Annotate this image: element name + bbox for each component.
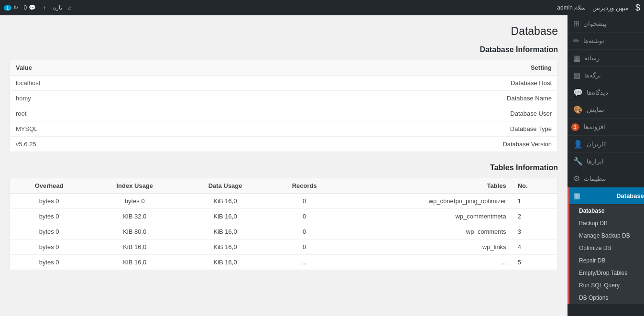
admin-menu: پیشخوان ⊞ نوشته‌ها ✏ رسانه ▦ برگه‌ها ▤ د… bbox=[568, 15, 644, 316]
tables-col-overhead: Overhead bbox=[10, 178, 88, 194]
submenu-item-repair-db[interactable]: Repair DB bbox=[569, 254, 644, 267]
tools-icon: 🔧 bbox=[573, 157, 583, 166]
tables-col-tables: Tables bbox=[339, 178, 512, 194]
db-info-col-setting: Setting bbox=[215, 60, 558, 76]
sidebar-item-label: نوشته‌ها bbox=[583, 37, 604, 44]
table-row: Database Name homy bbox=[10, 91, 558, 106]
sidebar-item-settings[interactable]: تنظیمات ⚙ bbox=[568, 170, 644, 187]
sidebar-item-users[interactable]: کاربران 👤 bbox=[568, 136, 644, 153]
table-name-cell: wp_cbnetpo_ping_optimizer bbox=[339, 194, 512, 209]
adminbar-new[interactable]: تازه bbox=[53, 4, 62, 11]
setting-cell: Database Host bbox=[215, 76, 558, 91]
table-name-cell: wp_links bbox=[339, 240, 512, 255]
sidebar-item-tools[interactable]: ابزارها 🔧 bbox=[568, 153, 644, 170]
submenu-item-backup-db[interactable]: Backup DB bbox=[569, 217, 644, 229]
tables-info-table: .No Tables Records Data Usage Index Usag… bbox=[10, 178, 558, 270]
overhead-cell: bytes 0 bbox=[10, 194, 88, 209]
index-usage-cell: KiB 32,0 bbox=[88, 209, 181, 224]
table-name-cell: wp_comments bbox=[339, 224, 512, 240]
table-row: 5 ... ... KiB 16,0 KiB 16,0 bytes 0 bbox=[10, 255, 558, 270]
adminbar-comments[interactable]: 💬 0 bbox=[24, 4, 36, 11]
setting-cell: Database Type bbox=[215, 121, 558, 137]
updates-count: 1 bbox=[4, 5, 11, 11]
tables-info-section-title: Tables Information bbox=[10, 163, 558, 172]
db-info-table-body: Database Host localhost Database Name ho… bbox=[10, 76, 558, 152]
adminbar-updates[interactable]: ↻ 1 bbox=[4, 4, 18, 11]
adminbar-left: ⌂ تازه ＋ 💬 0 ↻ 1 bbox=[4, 4, 72, 12]
overhead-cell: bytes 0 bbox=[10, 224, 88, 240]
submenu-item-empty-drop-tables[interactable]: Empty/Drop Tables bbox=[569, 267, 644, 279]
dashboard-icon: ⊞ bbox=[573, 19, 579, 28]
adminbar-greeting: سلام admin bbox=[557, 4, 586, 11]
comments-count: 0 bbox=[24, 4, 27, 11]
sidebar-item-posts[interactable]: نوشته‌ها ✏ bbox=[568, 33, 644, 50]
table-row: Database Type MYSQL bbox=[10, 121, 558, 137]
overhead-cell: bytes 0 bbox=[10, 255, 88, 270]
sidebar-item-label: کاربران bbox=[587, 141, 606, 148]
value-cell: homy bbox=[10, 91, 215, 106]
wp-logo-icon[interactable]: $ bbox=[635, 3, 640, 13]
value-cell: localhost bbox=[10, 76, 215, 91]
adminbar-right: $ میهن وردپرس سلام admin bbox=[557, 3, 640, 13]
no-cell: 3 bbox=[512, 224, 558, 240]
data-usage-cell: KiB 16,0 bbox=[181, 224, 269, 240]
submenu-item-database[interactable]: Database bbox=[569, 205, 644, 217]
media-icon: ▦ bbox=[573, 54, 580, 63]
records-cell: 0 bbox=[269, 240, 339, 255]
sidebar-item-database[interactable]: Database ▦ bbox=[569, 187, 644, 205]
submenu-item-run-sql-query[interactable]: Run SQL Query bbox=[569, 279, 644, 292]
wp-admin-layout: پیشخوان ⊞ نوشته‌ها ✏ رسانه ▦ برگه‌ها ▤ د… bbox=[0, 15, 644, 316]
data-usage-cell: KiB 16,0 bbox=[181, 255, 269, 270]
data-usage-cell: KiB 16,0 bbox=[181, 240, 269, 255]
page-title: Database bbox=[10, 25, 558, 38]
no-cell: 4 bbox=[512, 240, 558, 255]
submenu-item-optimize-db[interactable]: Optimize DB bbox=[569, 242, 644, 254]
sidebar-item-comments[interactable]: دیدگاه‌ها 💬 bbox=[568, 84, 644, 101]
records-cell: ... bbox=[269, 255, 339, 270]
updates-icon: ↻ bbox=[13, 4, 18, 11]
data-usage-cell: KiB 16,0 bbox=[181, 194, 269, 209]
table-name-cell: wp_commentmeta bbox=[339, 209, 512, 224]
sidebar-item-appearance[interactable]: نمایش 🎨 bbox=[568, 101, 644, 119]
records-cell: 0 bbox=[269, 209, 339, 224]
sidebar-item-plugins[interactable]: افزونه‌ها ⚙ 1 bbox=[568, 119, 644, 136]
table-row: Database User root bbox=[10, 106, 558, 121]
sidebar-item-label: نمایش bbox=[587, 106, 604, 113]
table-row: 1 wp_cbnetpo_ping_optimizer 0 KiB 16,0 b… bbox=[10, 194, 558, 209]
submenu-item-manage-backup-db[interactable]: Manage Backup DB bbox=[569, 229, 644, 242]
db-info-section-title: Database Information bbox=[10, 45, 558, 54]
tables-info-table-body: 1 wp_cbnetpo_ping_optimizer 0 KiB 16,0 b… bbox=[10, 194, 558, 270]
sidebar-item-label: پیشخوان bbox=[583, 20, 607, 27]
comments-icon: 💬 bbox=[573, 88, 583, 97]
index-usage-cell: KiB 16,0 bbox=[88, 255, 181, 270]
tables-col-records: Records bbox=[269, 178, 339, 194]
comment-icon: 💬 bbox=[29, 4, 36, 11]
users-icon: 👤 bbox=[573, 140, 583, 149]
sidebar-item-dashboard[interactable]: پیشخوان ⊞ bbox=[568, 15, 644, 33]
setting-cell: Database Version bbox=[215, 137, 558, 152]
sidebar-database-section: Database ▦ Database Backup DB Manage Bac… bbox=[568, 187, 644, 304]
overhead-cell: bytes 0 bbox=[10, 240, 88, 255]
adminbar-home-icon[interactable]: ⌂ bbox=[68, 4, 71, 11]
sidebar-item-label: تنظیمات bbox=[584, 175, 606, 182]
database-icon: ▦ bbox=[573, 191, 580, 200]
sidebar-item-label: افزونه‌ها bbox=[584, 123, 605, 131]
sidebar-item-pages[interactable]: برگه‌ها ▤ bbox=[568, 67, 644, 84]
value-cell: v5.6.25 bbox=[10, 137, 215, 152]
value-cell: MYSQL bbox=[10, 121, 215, 137]
records-cell: 0 bbox=[269, 194, 339, 209]
index-usage-cell: KiB 80,0 bbox=[88, 224, 181, 240]
index-usage-cell: bytes 0 bbox=[88, 194, 181, 209]
sidebar-item-media[interactable]: رسانه ▦ bbox=[568, 50, 644, 67]
db-info-col-value: Value bbox=[10, 60, 215, 76]
overhead-cell: bytes 0 bbox=[10, 209, 88, 224]
tables-col-data-usage: Data Usage bbox=[181, 178, 269, 194]
settings-icon: ⚙ bbox=[573, 174, 580, 183]
setting-cell: Database Name bbox=[215, 91, 558, 106]
adminbar-plus-icon[interactable]: ＋ bbox=[42, 4, 47, 12]
appearance-icon: 🎨 bbox=[573, 105, 583, 114]
site-name[interactable]: میهن وردپرس bbox=[592, 4, 629, 11]
table-row: 4 wp_links 0 KiB 16,0 KiB 16,0 bytes 0 bbox=[10, 240, 558, 255]
sidebar-item-label: ابزارها bbox=[587, 158, 604, 165]
submenu-item-db-options[interactable]: DB Options bbox=[569, 292, 644, 304]
